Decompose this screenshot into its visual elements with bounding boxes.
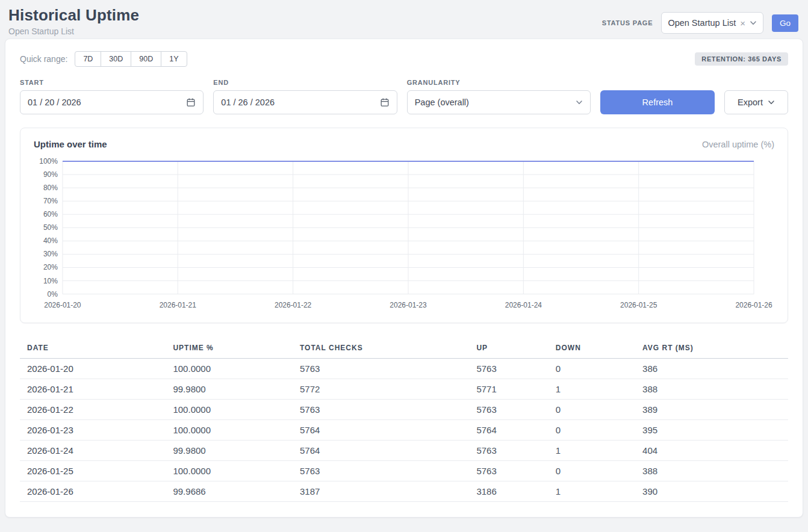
page: Historical Uptime Open Startup List STAT… (0, 0, 808, 532)
table-cell: 2026-01-26 (20, 481, 166, 501)
svg-text:50%: 50% (43, 223, 58, 232)
svg-text:30%: 30% (43, 250, 58, 258)
svg-text:60%: 60% (43, 210, 58, 218)
page-title: Historical Uptime (8, 6, 139, 25)
table-cell: 390 (635, 481, 788, 501)
status-page-select[interactable]: Open Startup List × (661, 12, 763, 34)
svg-text:2026-01-23: 2026-01-23 (390, 301, 427, 309)
table-row: 2026-01-2699.9686318731861390 (20, 481, 788, 501)
table-row: 2026-01-20100.0000576357630386 (20, 358, 788, 379)
svg-text:90%: 90% (43, 170, 58, 179)
column-header: UPTIME % (166, 338, 293, 359)
table-cell: 5764 (293, 440, 469, 460)
table-cell: 5764 (293, 419, 469, 440)
table-cell: 404 (635, 440, 788, 460)
table-row: 2026-01-2499.9800576457631404 (20, 440, 788, 460)
table-cell: 388 (635, 379, 788, 399)
start-date-label: START (20, 79, 204, 86)
svg-text:2026-01-21: 2026-01-21 (160, 301, 197, 309)
table-cell: 2026-01-21 (20, 379, 166, 399)
column-header: TOTAL CHECKS (293, 338, 469, 359)
table-cell: 3187 (293, 481, 469, 501)
svg-text:100%: 100% (39, 157, 58, 165)
table-cell: 0 (549, 460, 635, 481)
end-date-input[interactable]: 01 / 26 / 2026 (213, 90, 397, 114)
table-cell: 388 (635, 460, 788, 481)
table-cell: 5763 (469, 460, 548, 481)
table-cell: 100.0000 (166, 358, 293, 379)
table-cell: 0 (549, 358, 635, 379)
svg-text:2026-01-20: 2026-01-20 (44, 301, 81, 309)
table-cell: 2026-01-25 (20, 460, 166, 481)
table-row: 2026-01-25100.0000576357630388 (20, 460, 788, 481)
svg-text:20%: 20% (43, 263, 58, 271)
table-cell: 5763 (293, 358, 469, 379)
granularity-field: GRANULARITY Page (overall) (407, 79, 591, 114)
quick-range-group: 7D30D90D1Y (75, 51, 187, 67)
clear-selection-icon[interactable]: × (740, 19, 745, 28)
table-cell: 5763 (469, 399, 548, 419)
chevron-down-icon (576, 99, 583, 106)
table-cell: 2026-01-24 (20, 440, 166, 460)
main-panel: Quick range: 7D30D90D1Y RETENTION: 365 D… (5, 39, 803, 518)
table-cell: 2026-01-22 (20, 399, 166, 419)
end-date-value: 01 / 26 / 2026 (221, 97, 275, 107)
svg-text:40%: 40% (43, 237, 58, 245)
status-page-label: STATUS PAGE (602, 19, 653, 26)
table-cell: 0 (549, 399, 635, 419)
table-cell: 0 (549, 419, 635, 440)
table-cell: 5771 (469, 379, 548, 399)
export-button[interactable]: Export (724, 90, 788, 114)
calendar-icon[interactable] (380, 97, 390, 107)
filter-row: START 01 / 20 / 2026 END 01 / 26 / 2026 (20, 79, 788, 114)
table-row: 2026-01-2199.9800577257711388 (20, 379, 788, 399)
column-header: DATE (20, 338, 166, 359)
chevron-down-icon (768, 99, 775, 106)
calendar-icon[interactable] (186, 97, 196, 107)
uptime-chart: 0%10%20%30%40%50%60%70%80%90%100%2026-01… (34, 155, 774, 317)
chart-title: Uptime over time (34, 139, 107, 149)
table-cell: 5763 (469, 358, 548, 379)
start-date-value: 01 / 20 / 2026 (28, 97, 81, 107)
table-cell: 99.9800 (166, 440, 293, 460)
title-block: Historical Uptime Open Startup List (8, 6, 139, 36)
column-header: AVG RT (MS) (635, 338, 788, 359)
chevron-down-icon (750, 19, 757, 26)
granularity-label: GRANULARITY (407, 79, 591, 86)
end-date-field: END 01 / 26 / 2026 (213, 79, 397, 114)
quick-range-1y[interactable]: 1Y (161, 51, 187, 67)
table-cell: 100.0000 (166, 460, 293, 481)
table-row: 2026-01-23100.0000576457640395 (20, 419, 788, 440)
svg-text:10%: 10% (43, 277, 58, 285)
table-cell: 386 (635, 358, 788, 379)
svg-text:80%: 80% (43, 184, 58, 192)
table-cell: 99.9800 (166, 379, 293, 399)
quick-range-7d[interactable]: 7D (75, 51, 101, 67)
refresh-button[interactable]: Refresh (600, 90, 715, 114)
quick-range-90d[interactable]: 90D (131, 51, 161, 67)
table-cell: 99.9686 (166, 481, 293, 501)
uptime-table: DATEUPTIME %TOTAL CHECKSUPDOWNAVG RT (MS… (20, 338, 788, 502)
header-actions: STATUS PAGE Open Startup List × Go (602, 6, 798, 34)
table-cell: 5763 (293, 399, 469, 419)
granularity-selected-value: Page (overall) (415, 97, 469, 107)
chart-legend-label: Overall uptime (%) (702, 140, 774, 149)
go-button[interactable]: Go (772, 14, 798, 32)
export-button-label: Export (738, 97, 763, 107)
table-cell: 5763 (293, 460, 469, 481)
quick-range-row: Quick range: 7D30D90D1Y RETENTION: 365 D… (20, 51, 788, 67)
svg-text:2026-01-24: 2026-01-24 (505, 301, 542, 309)
uptime-chart-card: Uptime over time Overall uptime (%) 0%10… (20, 128, 788, 323)
table-cell: 5764 (469, 419, 548, 440)
table-cell: 100.0000 (166, 399, 293, 419)
start-date-input[interactable]: 01 / 20 / 2026 (20, 90, 204, 114)
table-cell: 389 (635, 399, 788, 419)
quick-range-30d[interactable]: 30D (101, 51, 131, 67)
granularity-select[interactable]: Page (overall) (407, 90, 591, 114)
table-cell: 3186 (469, 481, 548, 501)
column-header: UP (469, 338, 548, 359)
table-row: 2026-01-22100.0000576357630389 (20, 399, 788, 419)
page-header: Historical Uptime Open Startup List STAT… (0, 0, 808, 39)
start-date-field: START 01 / 20 / 2026 (20, 79, 204, 114)
column-header: DOWN (549, 338, 635, 359)
